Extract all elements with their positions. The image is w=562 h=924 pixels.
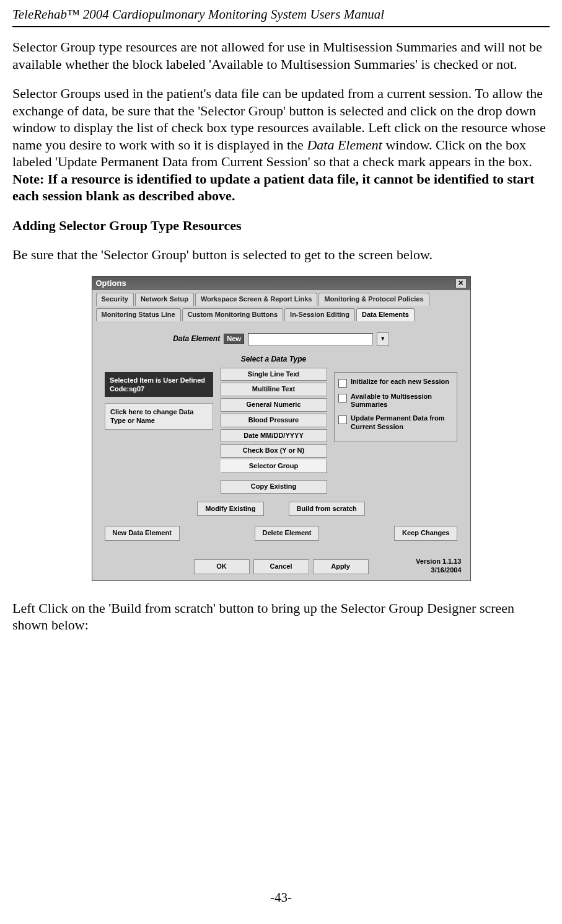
tab-in-session-editing[interactable]: In-Session Editing	[284, 308, 355, 321]
page-number: -43-	[0, 889, 562, 905]
chk-multisession-box[interactable]	[338, 394, 347, 402]
chk-initialize-label: Initialize for each new Session	[351, 378, 449, 386]
dialog-titlebar: Options ✕	[92, 277, 470, 290]
new-data-element-button[interactable]: New Data Element	[105, 526, 180, 541]
type-blood-pressure-button[interactable]: Blood Pressure	[221, 414, 327, 427]
dialog-footer-buttons: OK Cancel Apply	[101, 559, 462, 574]
tab-data-elements[interactable]: Data Elements	[356, 308, 415, 321]
data-element-row: Data Element New ▼	[101, 332, 462, 346]
chk-initialize-box[interactable]	[338, 379, 347, 388]
ok-button[interactable]: OK	[194, 559, 250, 574]
paragraph-2-note: Note: If a resource is identified to upd…	[12, 171, 534, 204]
element-action-row: New Data Element Delete Element Keep Cha…	[101, 526, 462, 541]
chk-update-permanent-row[interactable]: Update Permanent Data from Current Sessi…	[338, 414, 453, 432]
paragraph-1: Selector Group type resources are not al…	[12, 38, 550, 73]
manual-page: TeleRehab™ 2004 Cardiopulmonary Monitori…	[0, 0, 562, 924]
modify-existing-button[interactable]: Modify Existing	[197, 502, 263, 517]
version-date: 3/16/2004	[416, 566, 461, 574]
chevron-down-icon: ▼	[380, 335, 385, 342]
delete-element-button[interactable]: Delete Element	[255, 526, 320, 541]
tab-custom-monitoring-buttons[interactable]: Custom Monitoring Buttons	[182, 308, 283, 321]
build-from-scratch-button[interactable]: Build from scratch	[289, 502, 365, 517]
dialog-middle-area: Selected Item is User Defined Code:sg07 …	[101, 355, 462, 495]
data-element-label: Data Element	[173, 334, 220, 344]
build-row: Modify Existing Build from scratch	[101, 502, 462, 517]
data-element-dropdown-button[interactable]: ▼	[377, 332, 389, 346]
chk-multisession-row[interactable]: Available to Multisession Summaries	[338, 393, 453, 410]
type-check-box-button[interactable]: Check Box (Y or N)	[221, 444, 327, 458]
chk-multisession-label: Available to Multisession Summaries	[351, 393, 453, 410]
paragraph-2: Selector Groups used in the patient's da…	[12, 85, 550, 205]
type-date-button[interactable]: Date MM/DD/YYYY	[221, 429, 327, 443]
tab-workspace-links[interactable]: Workspace Screen & Report Links	[195, 293, 318, 306]
tab-network-setup[interactable]: Network Setup	[135, 293, 194, 306]
chk-initialize-row[interactable]: Initialize for each new Session	[338, 378, 453, 388]
version-info: Version 1.1.13 3/16/2004	[416, 558, 461, 574]
keep-changes-button[interactable]: Keep Changes	[394, 526, 457, 541]
chk-update-permanent-label: Update Permanent Data from Current Sessi…	[351, 414, 453, 432]
copy-existing-button[interactable]: Copy Existing	[221, 480, 327, 494]
dialog-title: Options	[96, 278, 126, 288]
chk-update-permanent-box[interactable]	[338, 415, 347, 424]
doc-header: TeleRehab™ 2004 Cardiopulmonary Monitori…	[12, 6, 550, 27]
type-single-line-text-button[interactable]: Single Line Text	[221, 368, 327, 381]
cancel-button[interactable]: Cancel	[253, 559, 309, 574]
tabs-row-1: Security Network Setup Workspace Screen …	[92, 290, 470, 306]
tab-monitoring-policies[interactable]: Monitoring & Protocol Policies	[318, 293, 429, 306]
tab-security[interactable]: Security	[96, 293, 134, 306]
left-callout-column: Selected Item is User Defined Code:sg07 …	[105, 372, 213, 430]
section-heading: Adding Selector Group Type Resources	[12, 217, 550, 234]
dialog-body: Data Element New ▼ Selected Item is User…	[92, 321, 470, 580]
data-type-column: Select a Data Type Single Line Text Mult…	[219, 355, 328, 495]
version-number: Version 1.1.13	[416, 558, 461, 566]
change-type-button[interactable]: Click here to change Data Type or Name	[105, 403, 213, 430]
options-dialog: Options ✕ Security Network Setup Workspa…	[92, 276, 471, 581]
screenshot-figure: Options ✕ Security Network Setup Workspa…	[12, 276, 550, 581]
data-element-italic: Data Element	[307, 137, 382, 153]
type-general-numeric-button[interactable]: General Numeric	[221, 398, 327, 412]
select-data-type-heading: Select a Data Type	[241, 355, 307, 364]
type-multiline-text-button[interactable]: Multiline Text	[221, 383, 327, 396]
tab-monitoring-status-line[interactable]: Monitoring Status Line	[96, 308, 181, 321]
paragraph-4: Left Click on the 'Build from scratch' b…	[12, 600, 550, 634]
apply-button[interactable]: Apply	[313, 559, 369, 574]
new-badge: New	[224, 334, 244, 345]
close-icon[interactable]: ✕	[455, 278, 467, 288]
data-element-input[interactable]	[248, 333, 373, 345]
selected-item-callout: Selected Item is User Defined Code:sg07	[105, 372, 213, 398]
type-selector-group-button[interactable]: Selector Group	[221, 460, 327, 473]
options-checkbox-group: Initialize for each new Session Availabl…	[334, 372, 457, 442]
paragraph-3: Be sure that the 'Selector Group' button…	[12, 246, 550, 264]
tabs-row-2: Monitoring Status Line Custom Monitoring…	[92, 306, 470, 321]
